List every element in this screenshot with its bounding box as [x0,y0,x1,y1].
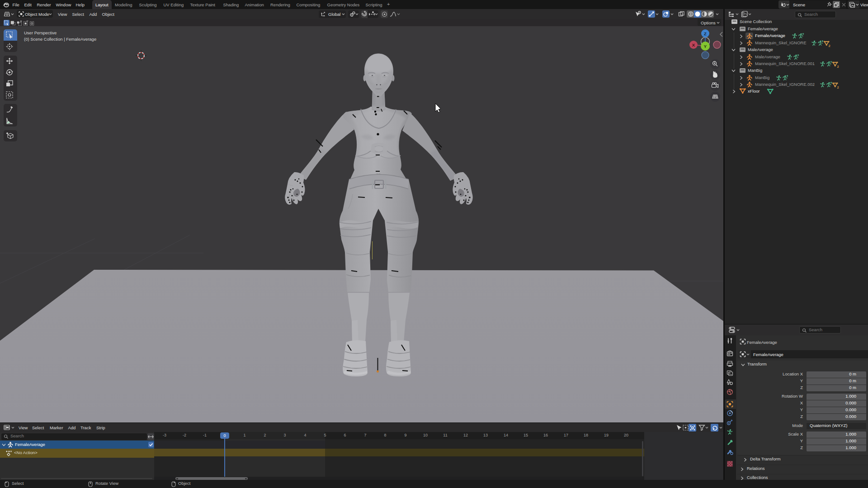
svg-text:2: 2 [837,65,839,68]
svg-text:2: 2 [829,44,830,47]
svg-text:Y: Y [704,44,707,49]
svg-text:2: 2 [837,85,839,89]
svg-text:X: X [692,42,695,47]
svg-text:Z: Z [704,31,707,36]
